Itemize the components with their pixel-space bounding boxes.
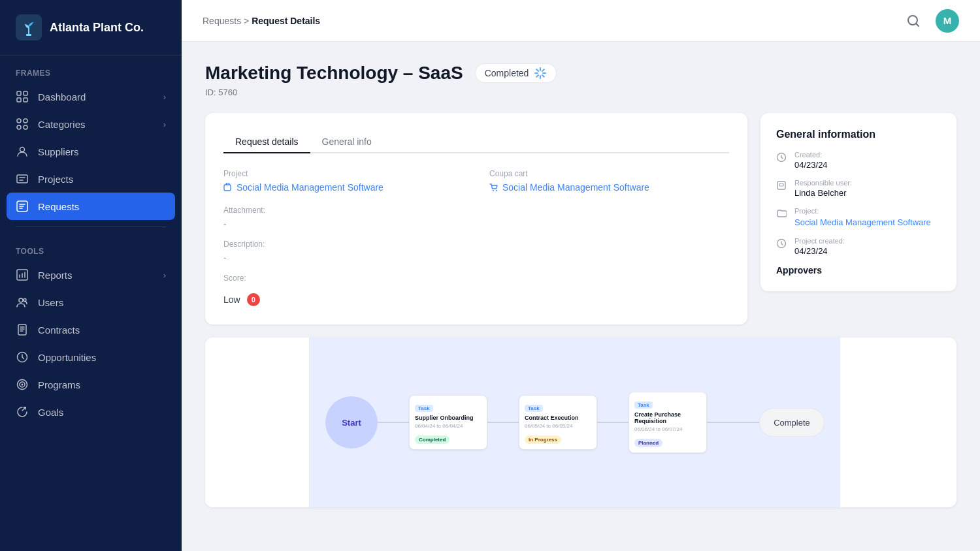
sidebar-item-programs[interactable]: Programs [0,371,182,398]
contracts-icon [16,323,29,336]
programs-icon [16,378,29,391]
tab-general-info[interactable]: General info [310,131,384,153]
created-label: Created: [794,151,828,159]
dashboard-icon [16,90,29,103]
breadcrumb-base: Requests [203,16,241,26]
wf-end-label: Complete [774,418,810,428]
score-badge: 0 [247,293,260,306]
score-text: Low [223,294,240,305]
coupa-cart-field: Coupa cart Social Media Management Softw… [489,169,729,193]
svg-rect-4 [17,98,21,102]
sidebar-item-users[interactable]: Users [0,289,182,316]
topbar-right: M [902,9,959,33]
sidebar-item-categories[interactable]: Categories › [0,110,182,138]
contracts-label: Contracts [38,324,80,336]
project-link-icon [223,183,233,192]
user-avatar[interactable]: M [936,9,959,33]
logo-area: Atlanta Plant Co. [0,0,182,55]
coupa-cart-icon [489,183,498,192]
description-field: Description: - [223,240,729,263]
project-info-row: Project: Social Media Management Softwar… [776,207,941,228]
wf-node-3-tag: Task [634,401,653,409]
sidebar-item-opportunities[interactable]: Opportunities [0,343,182,371]
reports-icon [16,268,29,281]
workflow-canvas: Start Task Supplier Onboarding 06/04/24 … [310,338,840,507]
sidebar-item-suppliers[interactable]: Suppliers [0,138,182,165]
wf-node-3-wrap: Task Create Purchase Requisition 06/06/2… [629,392,707,453]
wf-node-1[interactable]: Task Supplier Onboarding 06/04/24 to 06/… [409,395,487,450]
wf-line-4 [707,422,759,423]
wf-node-3[interactable]: Task Create Purchase Requisition 06/06/2… [629,392,707,453]
dashboard-label: Dashboard [38,91,86,102]
wf-start-node: Start [325,396,378,449]
wf-node-2-title: Contract Execution [525,415,591,421]
search-icon [906,14,921,28]
wf-node-2-status: In Progress [525,435,561,444]
page-title: Marketing Technology – SaaS [205,63,463,84]
coupa-cart-link[interactable]: Social Media Management Software [489,182,729,193]
wf-node-2-wrap: Task Contract Execution 06/05/24 to 06/0… [519,395,597,450]
sidebar-item-requests[interactable]: Requests [7,193,175,220]
project-info-link[interactable]: Social Media Management Software [794,217,931,227]
svg-point-23 [493,190,494,191]
svg-point-15 [24,299,26,302]
project-label: Project [223,169,463,178]
breadcrumb: Requests > Request Details [203,16,320,26]
wf-node-1-dates: 06/04/24 to 06/04/24 [415,423,482,429]
sidebar-item-dashboard[interactable]: Dashboard › [0,83,182,110]
wf-node-1-status: Completed [415,435,449,444]
requests-icon [16,200,29,213]
projects-label: Projects [38,174,73,185]
svg-rect-16 [18,324,26,335]
svg-rect-27 [779,183,783,186]
score-row: Low 0 [223,293,729,306]
page-id: ID: 5760 [205,87,956,97]
wf-node-2-tag: Task [525,405,543,412]
reports-chevron: › [163,270,166,280]
sidebar-item-contracts[interactable]: Contracts [0,316,182,343]
attachment-field: Attachment: - [223,206,729,229]
wf-node-2-dates: 06/05/24 to 06/05/24 [525,423,591,429]
wf-node-1-tag: Task [415,405,433,412]
coupa-cart-label: Coupa cart [489,169,729,178]
suppliers-label: Suppliers [38,146,79,157]
cards-row: Request details General info Project Soc… [205,113,956,324]
approvers-title: Approvers [776,265,941,276]
clock2-icon [776,238,788,250]
svg-rect-3 [24,91,27,95]
project-info-content: Project: Social Media Management Softwar… [794,207,931,228]
categories-label: Categories [38,119,86,130]
wf-node-2[interactable]: Task Contract Execution 06/05/24 to 06/0… [519,395,597,450]
svg-point-20 [22,384,24,386]
workflow-container: Start Task Supplier Onboarding 06/04/24 … [205,338,956,507]
folder-icon [776,208,788,220]
svg-point-14 [19,298,23,302]
projects-icon [16,172,29,185]
app-name: Atlanta Plant Co. [50,21,144,35]
sidebar-item-goals[interactable]: Goals [0,398,182,426]
frames-section-label: Frames [0,55,182,83]
description-value: - [223,253,729,263]
main-content: Requests > Request Details M Marketing T… [182,0,980,551]
sidebar-item-projects[interactable]: Projects [0,165,182,193]
project-link[interactable]: Social Media Management Software [223,182,463,193]
requests-label: Requests [38,201,79,212]
side-card: General information Created: 04/23/24 [760,113,956,291]
categories-icon [16,118,29,131]
tab-request-details[interactable]: Request details [223,131,310,153]
status-spinner-icon [534,67,547,80]
svg-rect-2 [17,91,21,95]
search-button[interactable] [902,9,925,33]
wf-node-3-status: Planned [634,439,662,447]
sidebar-item-reports[interactable]: Reports › [0,261,182,289]
topbar: Requests > Request Details M [182,0,980,42]
tabs: Request details General info [223,131,729,153]
project-created-label: Project created: [794,237,845,245]
wf-line-1 [378,422,409,423]
project-created-date: 04/23/24 [794,246,845,256]
score-field: Score: Low 0 [223,274,729,306]
wf-end-node: Complete [759,408,825,437]
attachment-value: - [223,219,729,229]
svg-rect-1 [26,34,31,36]
users-label: Users [38,297,63,308]
